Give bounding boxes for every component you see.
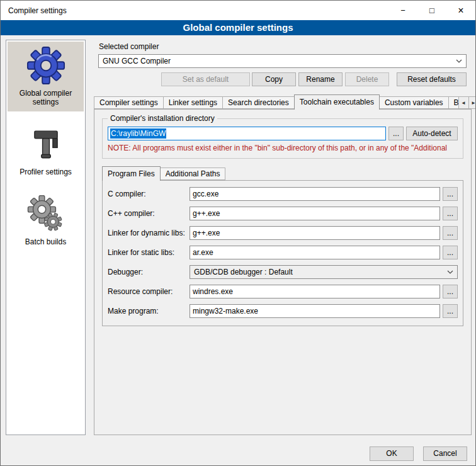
browse-dynamic-linker-button[interactable]: ... [443, 226, 458, 240]
tab-compiler-settings[interactable]: Compiler settings [94, 96, 164, 109]
sidebar-item-label: Global compiler settings [9, 89, 82, 106]
installation-directory-row: C:\raylib\MinGW ... Auto-detect [108, 127, 458, 140]
arrow-left-icon: ◄ [461, 100, 466, 106]
resource-compiler-label: Resource compiler: [108, 287, 190, 296]
browse-install-dir-button[interactable]: ... [388, 127, 404, 140]
field-row-static-linker: Linker for static libs: ... [108, 246, 458, 259]
c-compiler-input[interactable] [190, 187, 440, 201]
static-linker-label: Linker for static libs: [108, 248, 190, 257]
dynamic-linker-label: Linker for dynamic libs: [108, 229, 190, 237]
field-row-c-compiler: C compiler: ... [108, 187, 458, 201]
delete-button[interactable]: Delete [345, 72, 389, 86]
ok-button[interactable]: OK [370, 446, 414, 461]
tab-scroll-right-button[interactable]: ► [468, 96, 476, 109]
page-title: Global compiler settings [1, 20, 475, 35]
minimize-button[interactable]: − [388, 1, 417, 20]
installation-directory-input[interactable]: C:\raylib\MinGW [108, 127, 386, 140]
static-linker-input[interactable] [190, 246, 440, 259]
tab-toolchain-executables[interactable]: Toolchain executables [294, 94, 380, 110]
minimize-icon: − [400, 6, 405, 15]
selected-compiler-label: Selected compiler [99, 42, 159, 51]
field-row-resource-compiler: Resource compiler: ... [108, 285, 458, 298]
sidebar-item-global-compiler-settings[interactable]: Global compiler settings [8, 42, 84, 111]
tab-search-directories[interactable]: Search directories [222, 96, 295, 109]
toolchain-executables-panel: Compiler's installation directory C:\ray… [94, 109, 472, 435]
program-subtabs: Program Files Additional Paths [102, 166, 471, 181]
gear-icon [26, 46, 65, 85]
debugger-label: Debugger: [108, 268, 190, 276]
field-row-debugger: Debugger: GDB/CDB debugger : Default [108, 265, 458, 279]
selected-compiler-value: GNU GCC Compiler [103, 57, 452, 65]
debugger-value: GDB/CDB debugger : Default [194, 268, 443, 276]
field-row-make-program: Make program: ... [108, 304, 458, 318]
field-row-dynamic-linker: Linker for dynamic libs: ... [108, 226, 458, 240]
settings-sidebar: Global compiler settings Profiler settin… [6, 40, 86, 435]
tab-linker-settings[interactable]: Linker settings [163, 96, 223, 109]
bin-subdirectory-note: NOTE: All programs must exist either in … [108, 144, 458, 152]
dynamic-linker-input[interactable] [190, 226, 440, 240]
maximize-icon: □ [429, 6, 434, 15]
tab-scroll-buttons: ◄ ► [459, 96, 476, 109]
titlebar[interactable]: Compiler settings − □ × [1, 1, 475, 20]
installation-directory-group: Compiler's installation directory C:\ray… [102, 118, 463, 159]
debugger-select[interactable]: GDB/CDB debugger : Default [190, 265, 458, 279]
gears-icon [26, 195, 65, 234]
tab-scroll-left-button[interactable]: ◄ [458, 96, 469, 109]
auto-detect-button[interactable]: Auto-detect [406, 127, 458, 140]
reset-defaults-button[interactable]: Reset defaults [397, 72, 467, 86]
window-title: Compiler settings [1, 6, 67, 15]
cancel-button[interactable]: Cancel [423, 446, 467, 461]
compiler-tabs: Compiler settings Linker settings Search… [94, 94, 472, 110]
subtab-additional-paths[interactable]: Additional Paths [160, 168, 226, 180]
sidebar-item-batch-builds[interactable]: Batch builds [8, 190, 84, 251]
make-program-input[interactable] [190, 304, 440, 318]
browse-c-compiler-button[interactable]: ... [443, 187, 458, 201]
set-as-default-button[interactable]: Set as default [161, 72, 250, 86]
close-icon: × [458, 5, 463, 16]
dialog-body: Global compiler settings Profiler settin… [1, 35, 475, 465]
cpp-compiler-label: C++ compiler: [108, 209, 190, 218]
close-button[interactable]: × [446, 1, 475, 20]
arrow-right-icon: ► [471, 100, 476, 106]
maximize-button[interactable]: □ [417, 1, 446, 20]
window-controls: − □ × [388, 1, 475, 20]
sidebar-item-label: Batch builds [25, 237, 66, 246]
profiler-tool-icon [26, 125, 65, 164]
browse-cpp-compiler-button[interactable]: ... [443, 207, 458, 220]
selected-compiler-dropdown[interactable]: GNU GCC Compiler [98, 54, 467, 68]
sidebar-item-profiler-settings[interactable]: Profiler settings [8, 120, 84, 181]
browse-static-linker-button[interactable]: ... [443, 246, 458, 259]
browse-make-program-button[interactable]: ... [443, 304, 458, 318]
chevron-down-icon [447, 270, 453, 274]
rename-button[interactable]: Rename [298, 72, 343, 86]
resource-compiler-input[interactable] [190, 285, 440, 298]
browse-resource-compiler-button[interactable]: ... [443, 285, 458, 298]
cpp-compiler-input[interactable] [190, 207, 440, 220]
installation-directory-label: Compiler's installation directory [108, 114, 217, 123]
make-program-label: Make program: [108, 307, 190, 315]
program-files-panel: C compiler: ... C++ compiler: ... Linker… [102, 180, 463, 326]
chevron-down-icon [456, 59, 462, 63]
copy-button[interactable]: Copy [252, 72, 296, 86]
installation-directory-value: C:\raylib\MinGW [110, 128, 166, 139]
subtab-program-files[interactable]: Program Files [102, 166, 161, 181]
compiler-settings-window: Compiler settings − □ × Global compiler … [0, 0, 476, 466]
c-compiler-label: C compiler: [108, 190, 190, 198]
sidebar-item-label: Profiler settings [20, 168, 72, 176]
tab-custom-variables[interactable]: Custom variables [379, 96, 449, 109]
field-row-cpp-compiler: C++ compiler: ... [108, 207, 458, 220]
